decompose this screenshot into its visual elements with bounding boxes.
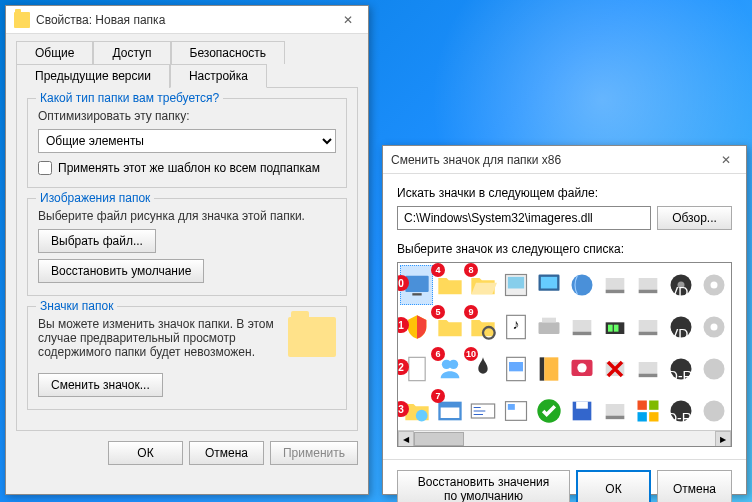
window-title: Свойства: Новая папка: [36, 13, 328, 27]
icon-item[interactable]: 4: [433, 265, 466, 305]
cancel-button[interactable]: Отмена: [657, 470, 732, 502]
icon-item[interactable]: [565, 307, 598, 347]
tab-security[interactable]: Безопасность: [171, 41, 286, 64]
svg-rect-7: [605, 290, 624, 294]
icon-item[interactable]: DVD-ROM: [664, 391, 697, 431]
svg-rect-28: [408, 357, 424, 380]
icon-item[interactable]: 9: [466, 307, 499, 347]
system-icon: [568, 355, 596, 383]
icon-item[interactable]: 7: [433, 391, 466, 431]
ok-button[interactable]: ОК: [576, 470, 651, 502]
icon-item[interactable]: [598, 349, 631, 389]
tab-previous-versions[interactable]: Предыдущие версии: [16, 64, 170, 88]
annotation-marker: 4: [431, 263, 445, 277]
icon-list[interactable]: 0 1 2 3 48DVD-R59♪DVD-R610DVD-RAM7DVD-RO…: [397, 262, 732, 447]
tab-general[interactable]: Общие: [16, 41, 93, 64]
ok-button[interactable]: ОК: [108, 441, 183, 465]
scroll-left-icon[interactable]: ◀: [398, 431, 414, 447]
system-icon: DVD-ROM: [667, 397, 695, 425]
system-icon: [700, 313, 728, 341]
titlebar[interactable]: Свойства: Новая папка ✕: [6, 6, 368, 34]
tab-access[interactable]: Доступ: [93, 41, 170, 64]
icon-item[interactable]: [598, 391, 631, 431]
icon-item[interactable]: DVD-RAM: [664, 349, 697, 389]
restore-default-button[interactable]: Восстановить умолчание: [38, 259, 204, 283]
svg-rect-18: [542, 318, 556, 323]
icon-item[interactable]: [697, 391, 730, 431]
close-button[interactable]: ✕: [706, 146, 746, 174]
dialog-buttons: ОК Отмена Применить: [6, 431, 368, 475]
icon-item[interactable]: [598, 307, 631, 347]
svg-rect-53: [649, 401, 658, 410]
icon-item[interactable]: DVD-R: [664, 265, 697, 305]
svg-rect-38: [638, 374, 657, 378]
icon-item[interactable]: [532, 307, 565, 347]
svg-text:DVD-R: DVD-R: [667, 284, 695, 299]
svg-rect-44: [439, 403, 460, 408]
optimize-combo[interactable]: Общие элементы: [38, 129, 336, 153]
tab-customize[interactable]: Настройка: [170, 64, 267, 88]
icon-path-input[interactable]: [397, 206, 651, 230]
folder-icon: [14, 12, 30, 28]
icon-item[interactable]: [697, 349, 730, 389]
icon-item[interactable]: 6: [433, 349, 466, 389]
icon-item[interactable]: [697, 307, 730, 347]
icon-item[interactable]: [532, 391, 565, 431]
icon-item[interactable]: [565, 391, 598, 431]
icon-item[interactable]: [499, 349, 532, 389]
annotation-marker: 8: [464, 263, 478, 277]
icon-item[interactable]: [631, 307, 664, 347]
optimize-label: Оптимизировать эту папку:: [38, 109, 336, 123]
annotation-marker: 6: [431, 347, 445, 361]
icon-item[interactable]: ♪: [499, 307, 532, 347]
system-icon: [535, 313, 563, 341]
icon-item[interactable]: [598, 265, 631, 305]
svg-rect-52: [637, 401, 646, 410]
icon-item[interactable]: [532, 349, 565, 389]
svg-rect-17: [538, 322, 559, 334]
icon-item[interactable]: DVD-R: [664, 307, 697, 347]
dialog-body: Искать значки в следующем файле: Обзор..…: [383, 174, 746, 459]
system-icon: [568, 271, 596, 299]
icon-item[interactable]: [532, 265, 565, 305]
svg-rect-21: [608, 325, 613, 332]
system-icon: [601, 355, 629, 383]
choose-file-button[interactable]: Выбрать файл...: [38, 229, 156, 253]
icon-item[interactable]: [697, 265, 730, 305]
icon-item[interactable]: 5: [433, 307, 466, 347]
apply-checkbox-input[interactable]: [38, 161, 52, 175]
system-icon: [700, 397, 728, 425]
svg-rect-19: [572, 332, 591, 336]
horizontal-scrollbar[interactable]: ◀ ▶: [398, 430, 731, 446]
svg-text:DVD-R: DVD-R: [667, 326, 695, 341]
icon-item[interactable]: 10: [466, 349, 499, 389]
cancel-button[interactable]: Отмена: [189, 441, 264, 465]
svg-point-42: [415, 410, 427, 422]
apply-template-checkbox[interactable]: Применять этот же шаблон ко всем подпапк…: [38, 161, 336, 175]
svg-rect-1: [412, 293, 421, 295]
icon-item[interactable]: [499, 391, 532, 431]
titlebar[interactable]: Сменить значок для папки x86 ✕: [383, 146, 746, 174]
apply-button[interactable]: Применить: [270, 441, 358, 465]
icon-item[interactable]: [565, 265, 598, 305]
icon-item[interactable]: [631, 265, 664, 305]
svg-text:♪: ♪: [512, 316, 519, 332]
icon-item[interactable]: [631, 349, 664, 389]
svg-point-13: [710, 282, 717, 289]
folder-images-group: Изображения папок Выберите файл рисунка …: [27, 198, 347, 296]
icon-item[interactable]: [631, 391, 664, 431]
svg-point-58: [703, 401, 724, 422]
icon-item[interactable]: [466, 391, 499, 431]
system-icon: [568, 397, 596, 425]
scroll-thumb[interactable]: [414, 432, 464, 446]
restore-defaults-button[interactable]: Восстановить значения по умолчанию: [397, 470, 570, 502]
browse-button[interactable]: Обзор...: [657, 206, 732, 230]
icon-item[interactable]: [565, 349, 598, 389]
change-icon-button[interactable]: Сменить значок...: [38, 373, 163, 397]
icon-item[interactable]: [499, 265, 532, 305]
system-icon: [502, 397, 530, 425]
group-title: Изображения папок: [36, 191, 154, 205]
close-button[interactable]: ✕: [328, 6, 368, 34]
icon-item[interactable]: 8: [466, 265, 499, 305]
scroll-right-icon[interactable]: ▶: [715, 431, 731, 447]
